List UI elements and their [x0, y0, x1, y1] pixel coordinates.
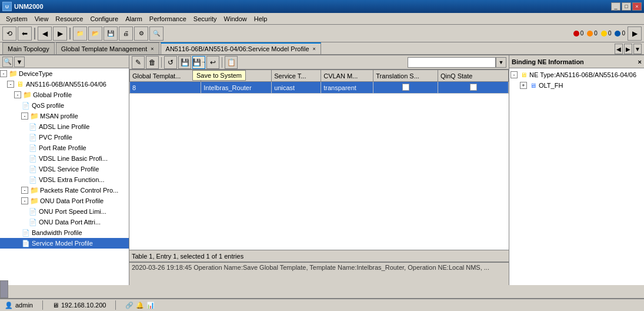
right-panel: Binding NE Information × - 🖥 NE Type:AN5… [509, 55, 644, 285]
toolbar-btn-6[interactable]: 🔍 [149, 27, 163, 41]
menu-help[interactable]: Help [251, 14, 271, 24]
menu-performance[interactable]: Performance [146, 14, 190, 24]
content-undo-button[interactable]: ↺ [164, 56, 177, 69]
toolbar-back[interactable]: ⬅ [18, 27, 32, 41]
tab-service-model-close[interactable]: × [313, 46, 316, 52]
toolbar-btn-3[interactable]: 💾 [104, 27, 118, 41]
content-cancel-button[interactable]: ↩ [206, 56, 219, 69]
tree-item-globalprofile[interactable]: - 📁 Global Profile [0, 90, 129, 100]
toolbar-btn-1[interactable]: 📁 [73, 27, 87, 41]
tree-item-packets[interactable]: - 📁 Packets Rate Control Pro... [0, 185, 129, 196]
tabs-row: Main Topology Global Template Management… [0, 42, 644, 55]
cell-qinqstate [438, 82, 509, 94]
tree-label-an5116: AN5116-06B/AN5516-04/06 [26, 81, 106, 88]
tree-item-msan[interactable]: - 📁 MSAN profile [0, 111, 129, 121]
toolbar-refresh[interactable]: ⟲ [2, 27, 16, 41]
table-status-text: Table 1, Entry 1, selected 1 of 1 entrie… [132, 253, 243, 260]
window-controls[interactable]: _ □ × [611, 2, 642, 11]
expand-devicetype[interactable]: - [0, 70, 7, 77]
content-copy-button[interactable]: 📋 [225, 56, 238, 69]
right-folder-icon-netype: 🖥 [519, 71, 528, 79]
search-dropdown[interactable]: ▼ [496, 57, 506, 68]
search-input[interactable] [408, 57, 496, 68]
close-button[interactable]: × [632, 2, 642, 11]
right-panel-close[interactable]: × [638, 58, 642, 65]
toolbar: ⟲ ⬅ ◀ ▶ 📁 📂 💾 🖨 ⚙ 🔍 0 0 0 [0, 25, 644, 42]
col-servicetype: Service T... [272, 70, 321, 82]
tree-item-vdslservice[interactable]: 📄 VDSL Service Profile [0, 164, 129, 174]
right-tree-item-netype[interactable]: - 🖥 NE Type:AN5116-06B/AN5516-04/06 [510, 70, 643, 80]
tree-item-qos[interactable]: 📄 QoS profile [0, 100, 129, 111]
folder-icon-globalprofile: 📁 [22, 91, 32, 99]
content-delete-button[interactable]: 🗑 [146, 56, 159, 69]
leaf-icon-pvc: 📄 [28, 133, 38, 141]
app-icon: U [2, 2, 12, 11]
content-save-button[interactable]: 💾 [178, 56, 191, 69]
col-translationS: Translation S... [373, 70, 438, 82]
toolbar-sep-2 [69, 28, 71, 39]
expand-globalprofile[interactable]: - [14, 91, 21, 98]
tree-item-pvc[interactable]: 📄 PVC Profile [0, 132, 129, 143]
yellow-count: 0 [608, 30, 612, 37]
tree-item-adsl[interactable]: 📄 ADSL Line Profile [0, 121, 129, 132]
left-panel: 🔍 ▼ - 📁 DeviceType - 🖥 AN5116-06B/AN5516… [0, 55, 129, 285]
tree-item-portrate[interactable]: 📄 Port Rate Profile [0, 143, 129, 153]
content-sep-2 [222, 57, 222, 68]
tree-item-devicetype[interactable]: - 📁 DeviceType [0, 68, 129, 79]
toolbar-nav-left[interactable]: ◀ [38, 27, 52, 41]
minimize-button[interactable]: _ [611, 2, 620, 11]
checkbox-qinqstate[interactable] [470, 84, 477, 91]
tree-item-onudata[interactable]: - 📁 ONU Data Port Profile [0, 196, 129, 206]
tree-item-an5116[interactable]: - 🖥 AN5116-06B/AN5516-04/06 [0, 79, 129, 90]
right-expand-netype[interactable]: - [510, 71, 518, 78]
toolbar-btn-2[interactable]: 📂 [88, 27, 102, 41]
right-expand-oltfh[interactable]: + [520, 82, 527, 89]
menu-alarm[interactable]: Alarm [122, 14, 146, 24]
tab-nav-right[interactable]: ▶ [624, 44, 632, 54]
tab-nav-left[interactable]: ◀ [615, 44, 623, 54]
menu-window[interactable]: Window [221, 14, 251, 24]
user-icon: 👤 [5, 302, 13, 309]
menu-security[interactable]: Security [190, 14, 221, 24]
right-tree-label-netype: NE Type:AN5116-06B/AN5516-04/06 [529, 71, 636, 78]
toolbar-nav-right[interactable]: ▶ [53, 27, 67, 41]
tree-label-portrate: Port Rate Profile [39, 144, 86, 151]
tab-main-topology[interactable]: Main Topology [2, 42, 55, 54]
tree-label-onuattr: ONU Data Port Attri... [39, 219, 101, 226]
tree-label-msan: MSAN profile [40, 113, 78, 120]
right-tree-item-oltfh[interactable]: + 🖥 OLT_FH [510, 80, 643, 91]
col-globaltemplate1: Global Templat... [130, 70, 201, 82]
tree-item-servicemodel[interactable]: 📄 Service Model Profile [0, 238, 129, 249]
content-save-to-system-button[interactable]: 💾→ [192, 56, 205, 69]
maximize-button[interactable]: □ [622, 2, 631, 11]
checkbox-translationS[interactable] [402, 84, 409, 91]
toolbar-btn-4[interactable]: 🖨 [119, 27, 133, 41]
expand-msan[interactable]: - [21, 113, 28, 120]
menu-configure[interactable]: Configure [86, 14, 122, 24]
toolbar-btn-5[interactable]: ⚙ [134, 27, 148, 41]
toolbar-more[interactable]: ▶ [628, 27, 642, 41]
data-table: Global Templat... Global Temp... Service… [129, 70, 509, 94]
menu-view[interactable]: View [31, 14, 52, 24]
tree-item-onuattr[interactable]: 📄 ONU Data Port Attri... [0, 217, 129, 227]
expand-packets[interactable]: - [21, 187, 28, 194]
tab-global-template-close[interactable]: × [151, 46, 154, 52]
tab-service-model[interactable]: AN5116-06B/AN5516-04/06:Service Model Pr… [161, 42, 321, 54]
expand-onudata[interactable]: - [21, 197, 28, 204]
tree-item-vdslex[interactable]: 📄 VDSL Extra Function... [0, 174, 129, 185]
tree-item-vdslbasic[interactable]: 📄 VDSL Line Basic Profi... [0, 153, 129, 164]
tree-filter-button[interactable]: ▼ [14, 57, 25, 67]
content-add-button[interactable]: ✎ [132, 56, 145, 69]
tab-global-template[interactable]: Global Template Management × [56, 42, 159, 54]
orange-dot [587, 31, 593, 37]
col-qinqstate: QinQ State [438, 70, 509, 82]
tree-search-button[interactable]: 🔍 [2, 57, 13, 67]
table-row[interactable]: 8 Intelbras_Router unicast transparent [130, 82, 509, 94]
menu-system[interactable]: System [2, 14, 31, 24]
menu-resource[interactable]: Resource [52, 14, 86, 24]
leaf-icon-vdslex: 📄 [28, 176, 38, 184]
log-entry: 2020-03-26 19:18:45 Operation Name:Save … [132, 264, 506, 271]
tree-item-bandwidth[interactable]: 📄 Bandwidth Profile [0, 227, 129, 238]
tab-nav-down[interactable]: ▼ [633, 44, 642, 54]
tree-item-onuspeed[interactable]: 📄 ONU Port Speed Limi... [0, 206, 129, 217]
